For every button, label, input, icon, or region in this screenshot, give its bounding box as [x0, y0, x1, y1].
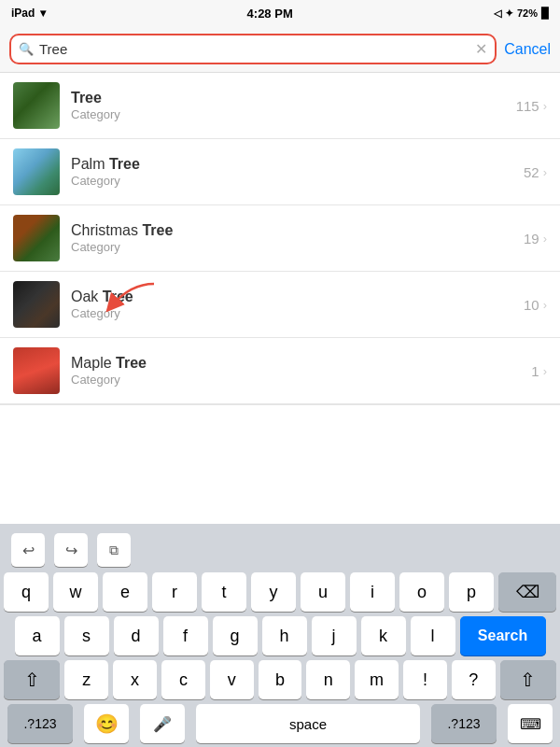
key-mic[interactable]: 🎤 [140, 704, 185, 743]
key-question[interactable]: ? [452, 660, 496, 699]
status-time: 4:28 PM [247, 7, 293, 21]
results-list: Tree Category 115› Palm Tree Category 52… [0, 73, 560, 404]
result-item-tree[interactable]: Tree Category 115› [0, 73, 560, 139]
result-name-oak: Oak Tree [71, 289, 524, 305]
keyboard-container: ↩ ↪ ⧉ q w e r t y u i o p ⌫ a s d f g h … [0, 524, 560, 747]
result-category-christmas: Category [71, 240, 524, 254]
keyboard-row-1: q w e r t y u i o p ⌫ [4, 572, 556, 612]
search-bar-container: 🔍 Tree ✕ Cancel [0, 26, 560, 73]
battery-label: 72% [517, 7, 538, 19]
search-input-value[interactable]: Tree [39, 41, 469, 57]
key-p[interactable]: p [449, 572, 494, 612]
result-name-tree: Tree [71, 90, 516, 106]
result-item-oak-tree[interactable]: Oak Tree Category 10› [0, 272, 560, 338]
result-name-palm: Palm Tree [71, 156, 524, 173]
result-count-maple: 1› [531, 363, 547, 379]
result-item-christmas-tree[interactable]: Christmas Tree Category 19› [0, 205, 560, 272]
key-emoji[interactable]: 😊 [84, 704, 129, 743]
keyboard-row-3: ⇧ z x c v b n m ! ? ⇧ [4, 660, 556, 699]
status-bar: iPad ▾ 4:28 PM ◁ ✦ 72% ▉ [0, 0, 560, 26]
result-thumb-oak [13, 281, 60, 328]
key-keyboard[interactable]: ⌨ [508, 704, 553, 743]
search-key[interactable]: Search [460, 616, 546, 655]
result-info-christmas: Christmas Tree Category [71, 222, 524, 254]
result-info-oak: Oak Tree Category [71, 289, 524, 320]
result-thumb-maple [13, 347, 60, 394]
key-o[interactable]: o [399, 572, 444, 612]
key-number-right[interactable]: .?123 [431, 704, 497, 743]
key-f[interactable]: f [163, 616, 208, 655]
key-shift-right[interactable]: ⇧ [500, 660, 556, 699]
status-right: ◁ ✦ 72% ▉ [494, 7, 549, 20]
bluetooth-icon: ✦ [505, 7, 513, 20]
result-count-palm: 52› [524, 164, 547, 180]
undo-button[interactable]: ↩ [11, 533, 45, 567]
key-q[interactable]: q [4, 572, 49, 612]
result-category-tree: Category [71, 107, 516, 121]
keyboard-bottom-row: .?123 😊 🎤 space .?123 ⌨ [4, 704, 556, 743]
result-item-maple-tree[interactable]: Maple Tree Category 1› [0, 338, 560, 404]
result-info-tree: Tree Category [71, 90, 516, 121]
result-item-palm-tree[interactable]: Palm Tree Category 52› [0, 139, 560, 205]
key-z[interactable]: z [64, 660, 108, 699]
result-thumb-christmas [13, 215, 60, 261]
status-left: iPad ▾ [11, 7, 46, 20]
redo-button[interactable]: ↪ [54, 533, 88, 567]
key-r[interactable]: r [152, 572, 197, 612]
keyboard-toolbar: ↩ ↪ ⧉ [4, 531, 556, 572]
keyboard-row-2: a s d f g h j k l Search [4, 616, 556, 655]
key-exclaim[interactable]: ! [403, 660, 447, 699]
key-v[interactable]: v [210, 660, 254, 699]
battery-icon: ▉ [541, 7, 549, 20]
search-icon: 🔍 [19, 42, 34, 56]
key-space[interactable]: space [196, 704, 420, 743]
search-clear-button[interactable]: ✕ [475, 40, 487, 58]
key-h[interactable]: h [262, 616, 307, 655]
result-name-christmas: Christmas Tree [71, 222, 524, 239]
key-y[interactable]: y [251, 572, 296, 612]
key-e[interactable]: e [103, 572, 147, 612]
cancel-button[interactable]: Cancel [504, 41, 551, 58]
key-t[interactable]: t [202, 572, 246, 612]
key-l[interactable]: l [411, 616, 455, 655]
key-m[interactable]: m [355, 660, 399, 699]
key-number[interactable]: .?123 [7, 704, 73, 743]
result-thumb-palm [13, 148, 60, 195]
key-w[interactable]: w [53, 572, 98, 612]
key-shift[interactable]: ⇧ [4, 660, 60, 699]
clipboard-button[interactable]: ⧉ [97, 533, 131, 567]
result-name-maple: Maple Tree [71, 355, 531, 372]
carrier-label: iPad [11, 7, 35, 20]
key-b[interactable]: b [259, 660, 302, 699]
key-s[interactable]: s [64, 616, 109, 655]
result-count-oak: 10› [524, 297, 547, 313]
key-a[interactable]: a [15, 616, 60, 655]
key-x[interactable]: x [113, 660, 157, 699]
result-info-maple: Maple Tree Category [71, 355, 531, 387]
key-k[interactable]: k [361, 616, 406, 655]
wifi-icon: ▾ [40, 7, 46, 20]
key-g[interactable]: g [213, 616, 258, 655]
key-j[interactable]: j [312, 616, 357, 655]
result-category-maple: Category [71, 373, 531, 387]
result-thumb-tree [13, 82, 60, 129]
key-n[interactable]: n [306, 660, 350, 699]
result-info-palm: Palm Tree Category [71, 156, 524, 188]
result-category-oak: Category [71, 306, 524, 320]
key-d[interactable]: d [114, 616, 159, 655]
key-delete[interactable]: ⌫ [498, 572, 556, 612]
key-c[interactable]: c [161, 660, 205, 699]
result-count-tree: 115› [516, 98, 547, 114]
key-i[interactable]: i [350, 572, 395, 612]
result-count-christmas: 19› [524, 231, 547, 247]
signal-icon: ◁ [494, 7, 501, 20]
result-category-palm: Category [71, 174, 524, 188]
search-input-wrapper[interactable]: 🔍 Tree ✕ [9, 34, 497, 64]
key-u[interactable]: u [301, 572, 345, 612]
